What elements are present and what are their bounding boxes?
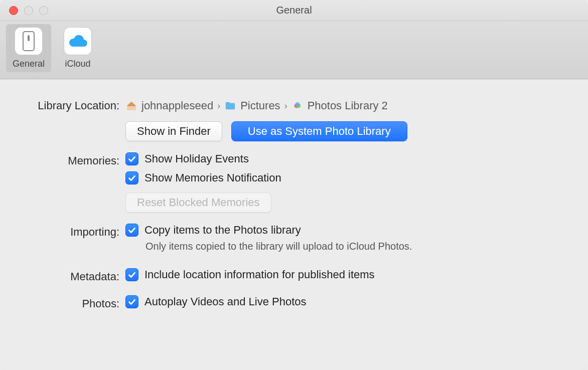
- checkbox-checked-icon: [125, 295, 138, 308]
- slider-switch-icon: [15, 27, 43, 55]
- metadata-row: Metadata: Include location information f…: [20, 268, 570, 286]
- chevron-right-icon: ›: [284, 101, 287, 111]
- tab-icloud-label: iCloud: [65, 59, 90, 68]
- importing-row: Importing: Copy items to the Photos libr…: [20, 224, 570, 259]
- home-folder-icon: [125, 100, 137, 112]
- library-location-row: Library Location: johnappleseed › Pictur…: [20, 97, 570, 141]
- zoom-window-button[interactable]: [39, 6, 48, 15]
- importing-label: Importing:: [20, 224, 125, 239]
- library-location-label: Library Location:: [20, 97, 125, 112]
- include-location-checkbox[interactable]: Include location information for publish…: [125, 268, 570, 281]
- breadcrumb-home[interactable]: johnappleseed: [141, 99, 213, 112]
- svg-point-5: [295, 102, 300, 107]
- autoplay-label: Autoplay Videos and Live Photos: [144, 295, 307, 308]
- breadcrumb-library[interactable]: Photos Library 2: [308, 99, 388, 112]
- window-title: General: [0, 5, 588, 16]
- checkbox-checked-icon: [125, 171, 138, 184]
- photos-row: Photos: Autoplay Videos and Live Photos: [20, 295, 570, 313]
- close-window-button[interactable]: [9, 6, 18, 15]
- icloud-icon: [64, 27, 92, 55]
- show-memories-notification-checkbox[interactable]: Show Memories Notification: [125, 171, 570, 184]
- metadata-label: Metadata:: [20, 268, 125, 283]
- svg-rect-2: [226, 102, 230, 104]
- preferences-toolbar: General iCloud: [0, 21, 588, 79]
- tab-general-label: General: [13, 59, 45, 68]
- show-holiday-events-checkbox[interactable]: Show Holiday Events: [125, 152, 570, 165]
- minimize-window-button[interactable]: [24, 6, 33, 15]
- tab-icloud[interactable]: iCloud: [55, 24, 100, 72]
- copy-items-subtext: Only items copied to the library will up…: [145, 241, 570, 252]
- svg-rect-1: [226, 103, 235, 110]
- checkbox-checked-icon: [125, 152, 138, 165]
- pictures-folder-icon: [224, 100, 236, 112]
- breadcrumb-pictures[interactable]: Pictures: [240, 99, 280, 112]
- titlebar: General: [0, 0, 588, 21]
- photos-library-icon: [291, 100, 304, 112]
- show-memories-notification-label: Show Memories Notification: [144, 171, 281, 184]
- svg-rect-0: [127, 106, 136, 110]
- tab-general[interactable]: General: [6, 24, 51, 72]
- show-in-finder-button[interactable]: Show in Finder: [125, 121, 222, 141]
- checkbox-checked-icon: [125, 224, 138, 237]
- copy-items-label: Copy items to the Photos library: [144, 224, 301, 237]
- window-controls: [9, 6, 48, 15]
- library-breadcrumb: johnappleseed › Pictures › Photos Librar…: [125, 97, 570, 112]
- reset-blocked-memories-button[interactable]: Reset Blocked Memories: [125, 193, 271, 213]
- copy-items-checkbox[interactable]: Copy items to the Photos library: [125, 224, 570, 237]
- checkbox-checked-icon: [125, 268, 138, 281]
- use-as-system-library-button[interactable]: Use as System Photo Library: [231, 121, 407, 141]
- chevron-right-icon: ›: [217, 101, 220, 111]
- memories-row: Memories: Show Holiday Events Show Memor…: [20, 152, 570, 213]
- memories-label: Memories:: [20, 152, 125, 167]
- photos-label: Photos:: [20, 295, 125, 310]
- show-holiday-events-label: Show Holiday Events: [144, 152, 249, 165]
- preferences-window: General General iCloud Library Location:: [0, 0, 588, 370]
- general-pane: Library Location: johnappleseed › Pictur…: [0, 79, 588, 370]
- autoplay-checkbox[interactable]: Autoplay Videos and Live Photos: [125, 295, 570, 308]
- include-location-label: Include location information for publish…: [144, 268, 375, 281]
